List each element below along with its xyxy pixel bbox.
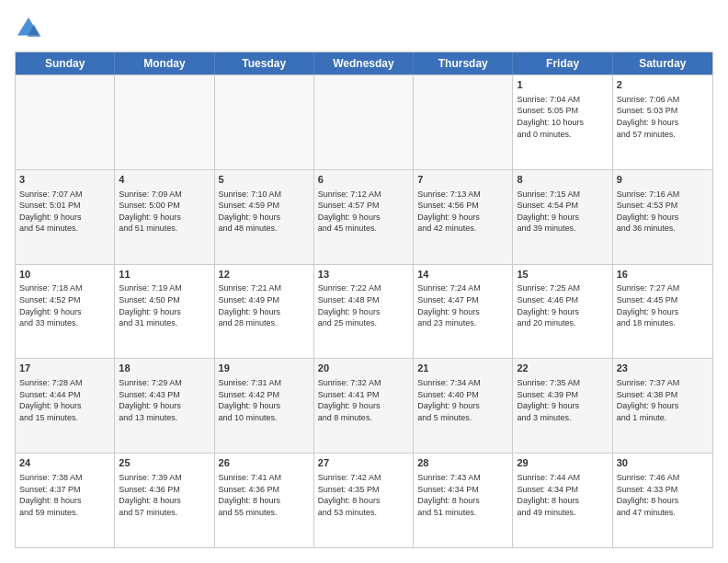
day-header-wednesday: Wednesday <box>314 52 414 75</box>
cell-date-24: 24 <box>19 456 110 470</box>
cell-info-1: Sunrise: 7:04 AM Sunset: 5:05 PM Dayligh… <box>517 94 608 140</box>
day-header-sunday: Sunday <box>16 52 115 75</box>
calendar-row-1: 3Sunrise: 7:07 AM Sunset: 5:01 PM Daylig… <box>16 169 712 264</box>
calendar-cell-8: 8Sunrise: 7:15 AM Sunset: 4:54 PM Daylig… <box>513 170 612 264</box>
cell-date-25: 25 <box>119 456 210 470</box>
cell-info-7: Sunrise: 7:13 AM Sunset: 4:56 PM Dayligh… <box>417 189 508 235</box>
cell-info-2: Sunrise: 7:06 AM Sunset: 5:03 PM Dayligh… <box>617 94 709 140</box>
cell-date-29: 29 <box>517 456 608 470</box>
calendar-cell-26: 26Sunrise: 7:41 AM Sunset: 4:36 PM Dayli… <box>215 454 314 547</box>
cell-date-22: 22 <box>517 362 608 375</box>
cell-date-1: 1 <box>517 78 608 92</box>
cell-info-15: Sunrise: 7:25 AM Sunset: 4:46 PM Dayligh… <box>517 282 608 328</box>
calendar-cell-24: 24Sunrise: 7:38 AM Sunset: 4:37 PM Dayli… <box>16 454 115 547</box>
calendar-cell-9: 9Sunrise: 7:16 AM Sunset: 4:53 PM Daylig… <box>613 170 712 264</box>
calendar-cell-10: 10Sunrise: 7:18 AM Sunset: 4:52 PM Dayli… <box>16 265 115 359</box>
calendar-cell-7: 7Sunrise: 7:13 AM Sunset: 4:56 PM Daylig… <box>414 170 513 264</box>
cell-date-27: 27 <box>318 456 409 470</box>
cell-date-26: 26 <box>219 456 310 470</box>
empty-cell <box>16 75 115 169</box>
cell-date-12: 12 <box>219 268 310 282</box>
cell-info-23: Sunrise: 7:37 AM Sunset: 4:38 PM Dayligh… <box>617 377 709 423</box>
cell-date-3: 3 <box>19 173 110 187</box>
day-header-friday: Friday <box>513 52 612 75</box>
cell-date-13: 13 <box>318 268 409 282</box>
cell-date-23: 23 <box>617 362 709 375</box>
cell-info-10: Sunrise: 7:18 AM Sunset: 4:52 PM Dayligh… <box>19 282 110 328</box>
empty-cell <box>314 75 414 169</box>
calendar-cell-6: 6Sunrise: 7:12 AM Sunset: 4:57 PM Daylig… <box>314 170 414 264</box>
calendar-cell-16: 16Sunrise: 7:27 AM Sunset: 4:45 PM Dayli… <box>613 265 712 359</box>
cell-date-17: 17 <box>19 362 110 375</box>
cell-date-8: 8 <box>517 173 608 187</box>
cell-info-30: Sunrise: 7:46 AM Sunset: 4:33 PM Dayligh… <box>617 472 709 518</box>
calendar-cell-25: 25Sunrise: 7:39 AM Sunset: 4:36 PM Dayli… <box>115 454 214 547</box>
cell-info-29: Sunrise: 7:44 AM Sunset: 4:34 PM Dayligh… <box>517 472 608 518</box>
cell-date-4: 4 <box>119 173 210 187</box>
cell-date-5: 5 <box>219 173 310 187</box>
cell-date-7: 7 <box>417 173 508 187</box>
calendar-cell-4: 4Sunrise: 7:09 AM Sunset: 5:00 PM Daylig… <box>115 170 214 264</box>
cell-date-19: 19 <box>219 362 310 375</box>
cell-info-14: Sunrise: 7:24 AM Sunset: 4:47 PM Dayligh… <box>417 282 508 328</box>
cell-date-20: 20 <box>318 362 409 375</box>
cell-date-6: 6 <box>318 173 409 187</box>
cell-date-30: 30 <box>617 456 709 470</box>
calendar-cell-30: 30Sunrise: 7:46 AM Sunset: 4:33 PM Dayli… <box>613 454 712 547</box>
calendar-cell-21: 21Sunrise: 7:34 AM Sunset: 4:40 PM Dayli… <box>414 359 513 453</box>
logo <box>15 15 46 42</box>
cell-info-25: Sunrise: 7:39 AM Sunset: 4:36 PM Dayligh… <box>119 472 210 518</box>
day-header-saturday: Saturday <box>613 52 712 75</box>
calendar-row-2: 10Sunrise: 7:18 AM Sunset: 4:52 PM Dayli… <box>16 264 712 359</box>
cell-info-6: Sunrise: 7:12 AM Sunset: 4:57 PM Dayligh… <box>318 189 409 235</box>
page: SundayMondayTuesdayWednesdayThursdayFrid… <box>0 0 728 563</box>
cell-info-8: Sunrise: 7:15 AM Sunset: 4:54 PM Dayligh… <box>517 189 608 235</box>
calendar-row-0: 1Sunrise: 7:04 AM Sunset: 5:05 PM Daylig… <box>16 75 712 169</box>
cell-info-3: Sunrise: 7:07 AM Sunset: 5:01 PM Dayligh… <box>19 189 110 235</box>
cell-info-18: Sunrise: 7:29 AM Sunset: 4:43 PM Dayligh… <box>119 377 210 423</box>
cell-info-12: Sunrise: 7:21 AM Sunset: 4:49 PM Dayligh… <box>219 282 310 328</box>
calendar-cell-29: 29Sunrise: 7:44 AM Sunset: 4:34 PM Dayli… <box>513 454 612 547</box>
calendar-cell-5: 5Sunrise: 7:10 AM Sunset: 4:59 PM Daylig… <box>215 170 314 264</box>
cell-info-16: Sunrise: 7:27 AM Sunset: 4:45 PM Dayligh… <box>617 282 709 328</box>
empty-cell <box>115 75 214 169</box>
cell-info-13: Sunrise: 7:22 AM Sunset: 4:48 PM Dayligh… <box>318 282 409 328</box>
cell-date-18: 18 <box>119 362 210 375</box>
cell-date-11: 11 <box>119 268 210 282</box>
calendar-cell-22: 22Sunrise: 7:35 AM Sunset: 4:39 PM Dayli… <box>513 359 612 453</box>
calendar-cell-27: 27Sunrise: 7:42 AM Sunset: 4:35 PM Dayli… <box>314 454 414 547</box>
cell-info-19: Sunrise: 7:31 AM Sunset: 4:42 PM Dayligh… <box>219 377 310 423</box>
calendar-cell-20: 20Sunrise: 7:32 AM Sunset: 4:41 PM Dayli… <box>314 359 414 453</box>
day-header-tuesday: Tuesday <box>215 52 314 75</box>
cell-info-22: Sunrise: 7:35 AM Sunset: 4:39 PM Dayligh… <box>517 377 608 423</box>
cell-info-27: Sunrise: 7:42 AM Sunset: 4:35 PM Dayligh… <box>318 472 409 518</box>
cell-info-11: Sunrise: 7:19 AM Sunset: 4:50 PM Dayligh… <box>119 282 210 328</box>
empty-cell <box>414 75 513 169</box>
calendar-cell-11: 11Sunrise: 7:19 AM Sunset: 4:50 PM Dayli… <box>115 265 214 359</box>
calendar-cell-2: 2Sunrise: 7:06 AM Sunset: 5:03 PM Daylig… <box>613 75 712 169</box>
cell-info-5: Sunrise: 7:10 AM Sunset: 4:59 PM Dayligh… <box>219 189 310 235</box>
cell-date-2: 2 <box>617 78 709 92</box>
calendar-cell-23: 23Sunrise: 7:37 AM Sunset: 4:38 PM Dayli… <box>613 359 712 453</box>
cell-info-17: Sunrise: 7:28 AM Sunset: 4:44 PM Dayligh… <box>19 377 110 423</box>
cell-date-28: 28 <box>417 456 508 470</box>
cell-info-20: Sunrise: 7:32 AM Sunset: 4:41 PM Dayligh… <box>318 377 409 423</box>
cell-date-9: 9 <box>617 173 709 187</box>
cell-info-24: Sunrise: 7:38 AM Sunset: 4:37 PM Dayligh… <box>19 472 110 518</box>
calendar-cell-12: 12Sunrise: 7:21 AM Sunset: 4:49 PM Dayli… <box>215 265 314 359</box>
calendar-header: SundayMondayTuesdayWednesdayThursdayFrid… <box>16 52 712 75</box>
day-header-thursday: Thursday <box>414 52 513 75</box>
day-header-monday: Monday <box>115 52 214 75</box>
calendar-row-3: 17Sunrise: 7:28 AM Sunset: 4:44 PM Dayli… <box>16 358 712 453</box>
calendar-row-4: 24Sunrise: 7:38 AM Sunset: 4:37 PM Dayli… <box>16 453 712 547</box>
cell-date-14: 14 <box>417 268 508 282</box>
calendar-cell-13: 13Sunrise: 7:22 AM Sunset: 4:48 PM Dayli… <box>314 265 414 359</box>
calendar-cell-15: 15Sunrise: 7:25 AM Sunset: 4:46 PM Dayli… <box>513 265 612 359</box>
cell-info-9: Sunrise: 7:16 AM Sunset: 4:53 PM Dayligh… <box>617 189 709 235</box>
calendar-cell-14: 14Sunrise: 7:24 AM Sunset: 4:47 PM Dayli… <box>414 265 513 359</box>
cell-date-10: 10 <box>19 268 110 282</box>
empty-cell <box>215 75 314 169</box>
calendar-cell-17: 17Sunrise: 7:28 AM Sunset: 4:44 PM Dayli… <box>16 359 115 453</box>
calendar-cell-1: 1Sunrise: 7:04 AM Sunset: 5:05 PM Daylig… <box>513 75 612 169</box>
calendar-cell-28: 28Sunrise: 7:43 AM Sunset: 4:34 PM Dayli… <box>414 454 513 547</box>
